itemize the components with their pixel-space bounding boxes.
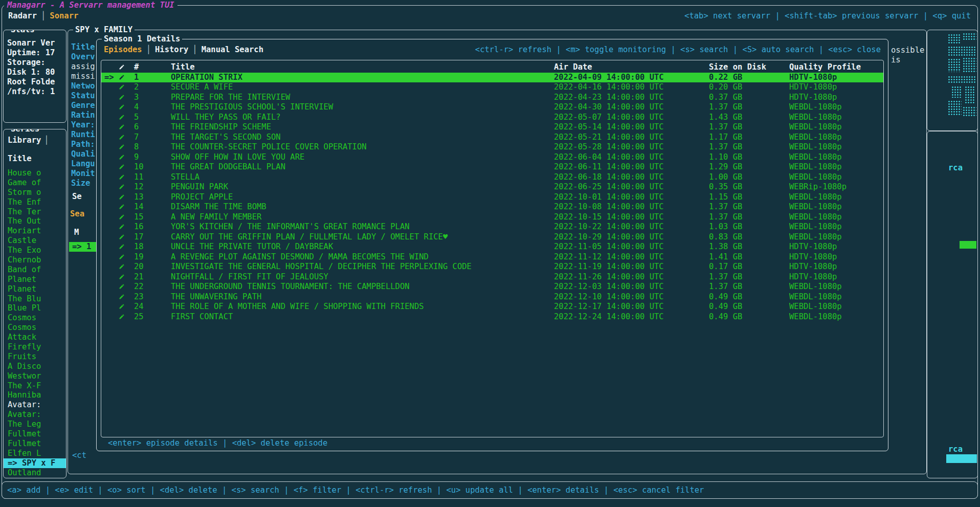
column-header-quality: Quality Profile: [786, 62, 883, 73]
poster-art-block: [948, 59, 961, 72]
right-bottom-panel: rca rca: [927, 131, 978, 478]
series-item[interactable]: Elfen L: [4, 449, 66, 458]
episode-row[interactable]: 6 THE FRIENDSHIP SCHEME 2022-05-14 14:00…: [101, 122, 883, 133]
series-item[interactable]: The Leg: [4, 420, 66, 429]
tab-sonarr[interactable]: Sonarr: [50, 11, 78, 20]
selection-arrow: =>: [101, 73, 116, 83]
episode-quality: WEBDL-1080p: [786, 282, 883, 292]
episode-quality: WEBDL-1080p: [786, 302, 883, 312]
series-item[interactable]: Outland: [4, 468, 66, 478]
episode-row[interactable]: 3 PREPARE FOR THE INTERVIEW 2022-04-23 1…: [101, 93, 883, 103]
series-item[interactable]: Avatar:: [4, 410, 66, 420]
series-item[interactable]: The X-F: [4, 381, 66, 391]
episode-row[interactable]: 7 THE TARGET'S SECOND SON 2022-05-21 14:…: [101, 133, 883, 143]
episode-number: 15: [131, 212, 168, 223]
series-item[interactable]: => SPY x F: [4, 458, 66, 468]
right-text-fragment: rca: [948, 445, 963, 454]
episode-quality: HDTV-1080p: [786, 73, 883, 83]
poster-art-block: [948, 47, 976, 56]
episode-air-date: 2022-10-01 14:00:00 UTC: [551, 192, 706, 203]
tab-episodes[interactable]: Episodes: [104, 45, 142, 54]
series-item[interactable]: Firefly: [4, 342, 66, 352]
series-item[interactable]: Planet: [4, 284, 66, 294]
series-item[interactable]: A Disco: [4, 362, 66, 371]
episode-row[interactable]: 19 A REVENGE PLOT AGAINST DESMOND / MAMA…: [101, 252, 883, 262]
series-item[interactable]: Fullmet: [4, 429, 66, 439]
tab-library[interactable]: Library: [8, 136, 41, 145]
tab-radarr[interactable]: Radarr: [8, 11, 37, 20]
episode-row[interactable]: 9 SHOW OFF HOW IN LOVE YOU ARE 2022-06-0…: [101, 152, 883, 163]
series-item[interactable]: Fullmet: [4, 439, 66, 449]
episode-row[interactable]: 15 A NEW FAMILY MEMBER 2022-10-15 14:00:…: [101, 212, 883, 223]
episode-row[interactable]: 23 THE UNWAVERING PATH 2022-12-10 14:00:…: [101, 292, 883, 302]
stats-lines: Sonarr VerUptime: 17Storage:Disk 1: 80Ro…: [4, 30, 66, 97]
series-item[interactable]: The Exo: [4, 246, 66, 255]
episode-row[interactable]: 20 INVESTIGATE THE GENERAL HOSPITAL / DE…: [101, 262, 883, 272]
series-item[interactable]: Blue Pl: [4, 303, 66, 313]
episode-row[interactable]: 25 FIRST CONTACT 2022-12-24 14:00:00 UTC…: [101, 312, 883, 322]
seasons-tab-fragment: Sea: [70, 209, 84, 219]
tab-manual-search[interactable]: Manual Search: [202, 45, 263, 54]
episode-row[interactable]: 8 THE COUNTER-SECRET POLICE COVER OPERAT…: [101, 142, 883, 152]
series-item[interactable]: Hanniba: [4, 390, 66, 400]
episode-quality: WEBRip-1080p: [786, 182, 883, 192]
series-item[interactable]: Attack: [4, 333, 66, 342]
episode-quality: WEBDL-1080p: [786, 133, 883, 143]
episode-quality: WEBDL-1080p: [786, 212, 883, 223]
episode-row[interactable]: 21 NIGHTFALL / FIRST FIT OF JEALOUSY 202…: [101, 272, 883, 282]
episode-row[interactable]: 17 CARRY OUT THE GRIFFIN PLAN / FULLMETA…: [101, 232, 883, 243]
series-item[interactable]: House o: [4, 168, 66, 178]
episode-title: INVESTIGATE THE GENERAL HOSPITAL / DECIP…: [168, 262, 551, 272]
series-item[interactable]: The Enf: [4, 197, 66, 207]
episode-row[interactable]: 16 YOR'S KITCHEN / THE INFORMANT'S GREAT…: [101, 222, 883, 232]
episode-row[interactable]: 24 THE ROLE OF A MOTHER AND WIFE / SHOPP…: [101, 302, 883, 312]
stats-line: Sonarr Ver: [7, 38, 66, 48]
series-item[interactable]: Westwor: [4, 371, 66, 381]
series-item[interactable]: Avatar:: [4, 400, 66, 410]
episode-size: 1.37 GB: [706, 142, 786, 152]
series-item[interactable]: Cosmos: [4, 313, 66, 323]
episode-number: 4: [131, 102, 168, 113]
series-item[interactable]: Moriart: [4, 226, 66, 236]
episode-row[interactable]: 18 UNCLE THE PRIVATE TUTOR / DAYBREAK 20…: [101, 242, 883, 252]
modal-tab-separator: │: [192, 45, 197, 54]
detail-field-fragment: Title: [71, 42, 97, 52]
episode-row[interactable]: 12 PENGUIN PARK 2022-06-25 14:00:00 UTC …: [101, 182, 883, 192]
pencil-icon: [116, 122, 131, 133]
detail-field-fragment: Year:: [71, 120, 97, 130]
series-item[interactable]: Chernob: [4, 255, 66, 265]
series-item[interactable]: The Ter: [4, 207, 66, 217]
episode-air-date: 2022-10-22 14:00:00 UTC: [551, 222, 706, 232]
series-item[interactable]: Planet: [4, 275, 66, 284]
episode-row[interactable]: => 1 OPERATION STRIX 2022-04-09 14:00:00…: [101, 73, 883, 83]
series-item[interactable]: Game of: [4, 178, 66, 188]
detail-field-fragment: missi: [71, 72, 97, 81]
series-item[interactable]: Storm o: [4, 188, 66, 197]
pencil-icon: [116, 82, 131, 93]
tab-history[interactable]: History: [155, 45, 188, 54]
stats-line: Root Folde: [7, 77, 66, 87]
episode-row[interactable]: 4 THE PRESTIGIOUS SCHOOL'S INTERVIEW 202…: [101, 102, 883, 113]
series-item[interactable]: Cosmos: [4, 323, 66, 333]
series-panel: Series Library│ Title House oGame ofStor…: [3, 129, 66, 478]
series-item[interactable]: The Blu: [4, 294, 66, 304]
series-item[interactable]: Band of: [4, 265, 66, 275]
episode-row[interactable]: 2 SECURE A WIFE 2022-04-16 14:00:00 UTC …: [101, 82, 883, 93]
episode-row[interactable]: 11 STELLA 2022-06-18 14:00:00 UTC 1.00 G…: [101, 172, 883, 183]
series-item[interactable]: Castle: [4, 236, 66, 246]
episode-row[interactable]: 5 WILL THEY PASS OR FAIL? 2022-05-07 14:…: [101, 113, 883, 123]
episode-title: THE UNDERGROUND TENNIS TOURNAMENT: THE C…: [168, 282, 551, 292]
episode-title: DISARM THE TIME BOMB: [168, 202, 551, 212]
series-tab-separator: │: [44, 136, 49, 145]
episode-row[interactable]: 10 THE GREAT DODGEBALL PLAN 2022-06-11 1…: [101, 162, 883, 172]
series-item[interactable]: Fruits: [4, 352, 66, 362]
episode-row[interactable]: 22 THE UNDERGROUND TENNIS TOURNAMENT: TH…: [101, 282, 883, 292]
series-item[interactable]: The Out: [4, 216, 66, 226]
episode-row[interactable]: 13 PROJECT APPLE 2022-10-01 14:00:00 UTC…: [101, 192, 883, 203]
episode-number: 6: [131, 122, 168, 133]
episode-number: 17: [131, 232, 168, 243]
episode-row[interactable]: 14 DISARM THE TIME BOMB 2022-10-08 14:00…: [101, 202, 883, 212]
episode-title: SHOW OFF HOW IN LOVE YOU ARE: [168, 152, 551, 163]
episode-size: 1.43 GB: [706, 113, 786, 123]
episode-air-date: 2022-12-03 14:00:00 UTC: [551, 282, 706, 292]
